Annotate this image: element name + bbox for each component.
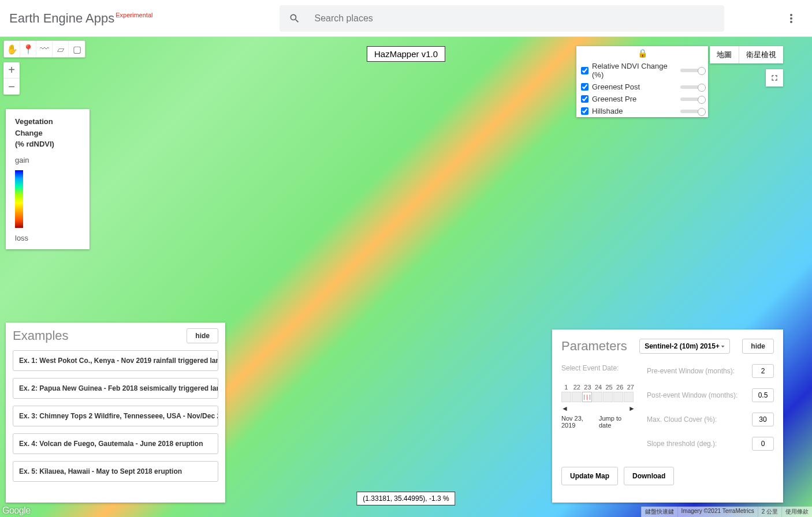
param-label: Pre-event Window (months): — [647, 367, 735, 375]
rect-tool[interactable]: ▢ — [69, 41, 85, 57]
param-label: Max. Cloud Cover (%): — [647, 415, 717, 424]
search-input[interactable] — [314, 13, 715, 24]
download-button[interactable]: Download — [624, 467, 674, 485]
draw-tools: ✋ 📍 〰 ▱ ▢ — [3, 40, 85, 58]
source-select[interactable]: Sentinel-2 (10m) 2015+ — [639, 339, 730, 354]
select-date-label: Select Event Date: — [561, 364, 635, 372]
fullscreen-icon — [770, 73, 779, 83]
zoom-out-button[interactable]: − — [3, 78, 20, 95]
coord-readout: (1.33181, 35.44995), -1.3 % — [356, 492, 455, 505]
terms-link[interactable]: 使用條款 — [781, 507, 812, 517]
header: Earth Engine AppsExperimental — [0, 0, 812, 37]
legend-panel: Vegetation Change (% rdNDVI) gain loss — [6, 109, 90, 249]
maptype-map[interactable]: 地圖 — [710, 46, 739, 63]
example-button[interactable]: Ex. 4: Volcan de Fuego, Gautemala - June… — [13, 433, 218, 454]
layer-label: Hillshade — [592, 107, 677, 115]
post-window-input[interactable] — [752, 388, 774, 402]
map-canvas[interactable]: ✋ 📍 〰 ▱ ▢ + − HazMapper v1.0 🔒 Relative … — [0, 37, 812, 517]
layer-row: Relative NDVI Change (%) — [576, 60, 708, 81]
params-scrollbar[interactable] — [561, 489, 774, 497]
example-button[interactable]: Ex. 5: Kīlauea, Hawaii - May to Sept 201… — [13, 461, 218, 482]
date-days-row: 1 22 23 24 25 26 27 — [561, 384, 635, 391]
day-label: 1 — [561, 384, 571, 391]
example-button[interactable]: Ex. 2: Papua New Guinea - Feb 2018 seism… — [13, 378, 218, 399]
scale-label: 2 公里 — [758, 507, 781, 517]
layers-panel: 🔒 Relative NDVI Change (%) Greenest Post… — [576, 46, 708, 117]
layer-label: Relative NDVI Change (%) — [592, 62, 677, 79]
params-hide-button[interactable]: hide — [742, 339, 774, 354]
zoom-in-button[interactable]: + — [3, 62, 20, 78]
opacity-slider[interactable] — [680, 110, 703, 113]
cloud-cover-input[interactable] — [752, 413, 774, 426]
maptype-switch: 地圖 衛星檢視 — [710, 46, 783, 63]
day-label: 24 — [594, 384, 604, 391]
dots-icon — [790, 17, 792, 20]
example-button[interactable]: Ex. 1: West Pokot Co., Kenya - Nov 2019 … — [13, 350, 218, 371]
layer-checkbox[interactable] — [581, 67, 588, 74]
layer-label: Greenest Pre — [592, 95, 677, 103]
day-label: 27 — [625, 384, 635, 391]
date-prev-button[interactable]: ◄ — [561, 404, 568, 413]
logo-sup: Experimental — [116, 12, 152, 18]
params-title: Parameters — [561, 339, 627, 354]
param-label: Post-event Window (months): — [647, 391, 737, 399]
layer-row: Greenest Post — [576, 81, 708, 93]
fullscreen-button[interactable] — [766, 69, 783, 87]
example-button[interactable]: Ex. 3: Chimney Tops 2 Wildfire, Tennesse… — [13, 406, 218, 426]
marker-tool[interactable]: 📍 — [20, 41, 36, 57]
opacity-slider[interactable] — [680, 85, 703, 89]
opacity-slider[interactable] — [680, 98, 703, 101]
slope-threshold-input[interactable] — [752, 437, 774, 451]
layer-label: Greenest Post — [592, 83, 677, 91]
legend-title-2: (% rdNDVI) — [15, 138, 80, 150]
examples-panel: Examples hide Ex. 1: West Pokot Co., Ken… — [6, 323, 225, 503]
map-attribution: 鍵盤快速鍵 Imagery ©2021 TerraMetrics 2 公里 使用… — [641, 507, 812, 517]
layer-checkbox[interactable] — [581, 83, 588, 91]
layer-checkbox[interactable] — [581, 107, 588, 115]
param-label: Slope threshold (deg.): — [647, 440, 717, 448]
day-label: 25 — [604, 384, 614, 391]
search-box[interactable] — [280, 5, 724, 32]
legend-gain-label: gain — [15, 156, 80, 164]
selected-day[interactable]: | | | — [582, 392, 592, 402]
opacity-slider[interactable] — [680, 69, 703, 72]
update-map-button[interactable]: Update Map — [561, 467, 618, 485]
examples-title: Examples — [13, 328, 69, 343]
source-label: Sentinel-2 (10m) 2015+ — [645, 342, 720, 350]
search-icon — [289, 13, 300, 24]
legend-title-1: Vegetation Change — [15, 116, 80, 138]
jump-to-date-link[interactable]: Jump to date — [599, 415, 635, 429]
parameters-panel: Parameters Sentinel-2 (10m) 2015+ hide S… — [552, 329, 783, 503]
legend-loss-label: loss — [15, 234, 80, 242]
legend-colorbar — [15, 170, 23, 228]
line-tool[interactable]: 〰 — [36, 41, 53, 57]
layer-checkbox[interactable] — [581, 95, 588, 103]
examples-scrollbar[interactable] — [13, 489, 218, 497]
day-label: 23 — [583, 384, 593, 391]
lock-icon: 🔒 — [576, 46, 708, 60]
logo-text: Earth Engine Apps — [9, 11, 114, 25]
maptype-satellite[interactable]: 衛星檢視 — [739, 46, 783, 63]
layer-row: Greenest Pre — [576, 93, 708, 105]
date-boxes[interactable]: | | | — [561, 392, 635, 402]
zoom-controls: + − — [3, 62, 20, 95]
day-label: 22 — [572, 384, 582, 391]
layer-row: Hillshade — [576, 105, 708, 117]
app-logo: Earth Engine AppsExperimental — [9, 11, 152, 26]
selected-date-text: Nov 23, 2019 — [561, 415, 599, 429]
overflow-menu-button[interactable] — [780, 7, 803, 30]
examples-hide-button[interactable]: hide — [187, 328, 218, 343]
keyboard-shortcuts-link[interactable]: 鍵盤快速鍵 — [641, 507, 677, 517]
day-label: 26 — [615, 384, 625, 391]
pan-tool[interactable]: ✋ — [4, 41, 20, 57]
imagery-attrib: Imagery ©2021 TerraMetrics — [677, 507, 758, 517]
pre-window-input[interactable] — [752, 364, 774, 378]
date-next-button[interactable]: ► — [628, 404, 635, 413]
google-logo: Google — [2, 505, 31, 516]
polygon-tool[interactable]: ▱ — [53, 41, 69, 57]
app-title-badge: HazMapper v1.0 — [367, 46, 445, 62]
